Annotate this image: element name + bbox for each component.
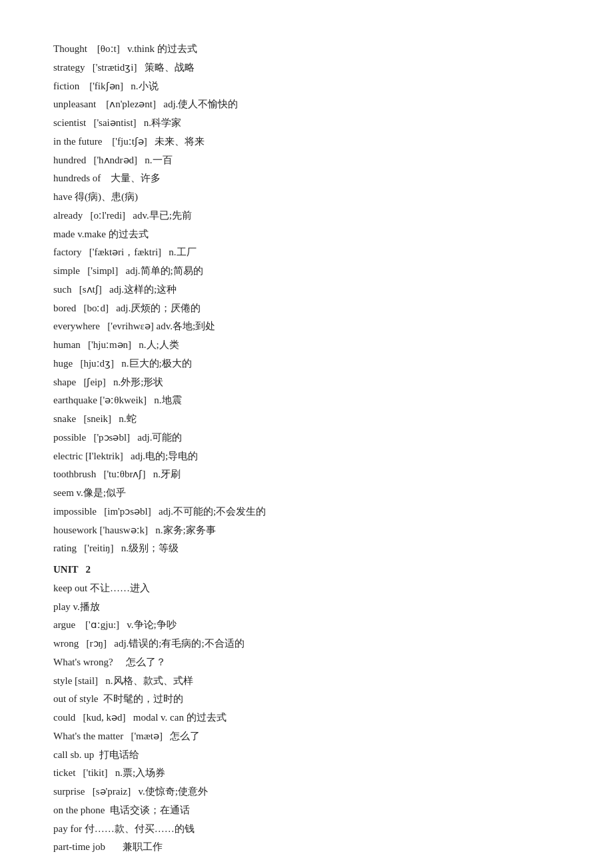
vocab-entry-electric: electric [I'lektrik] adj.电的;导电的 bbox=[53, 447, 560, 466]
vocab-entry-style: style [stail] n.风格、款式、式样 bbox=[53, 672, 560, 691]
vocab-entry-unit2: UNIT 2 bbox=[53, 561, 560, 579]
vocab-entry-toothbrush: toothbrush ['tuːθbrʌʃ] n.牙刷 bbox=[53, 465, 560, 484]
vocab-entry-factory: factory ['fæktəri，fæktri] n.工厂 bbox=[53, 243, 560, 262]
vocab-entry-whats-wrong: What's wrong? 怎么了？ bbox=[53, 653, 560, 672]
vocab-entry-unpleasant: unpleasant [ʌn'plezənt] adj.使人不愉快的 bbox=[53, 95, 560, 114]
vocab-entry-hundred: hundred ['hʌndrəd] n.一百 bbox=[53, 151, 560, 170]
vocab-entry-have: have 得(病)、患(病) bbox=[53, 188, 560, 207]
vocab-entry-could: could [kud, kəd] modal v. can 的过去式 bbox=[53, 709, 560, 727]
vocab-entry-argue: argue ['ɑːgju:] v.争论;争吵 bbox=[53, 616, 560, 635]
vocab-entry-pay-for: pay for 付……款、付买……的钱 bbox=[53, 820, 560, 839]
vocab-entry-seem: seem v.像是;似乎 bbox=[53, 484, 560, 503]
vocab-entry-huge: huge [hjuːdʒ] n.巨大的;极大的 bbox=[53, 355, 560, 373]
vocab-entry-already: already [oːl'redi] adv.早已;先前 bbox=[53, 207, 560, 225]
vocab-entry-simple: simple ['simpl] adj.简单的;简易的 bbox=[53, 262, 560, 281]
vocab-entry-hundreds-of: hundreds of 大量、许多 bbox=[53, 169, 560, 188]
vocab-entry-rating: rating ['reitiŋ] n.级别；等级 bbox=[53, 539, 560, 558]
vocab-entry-part-time-job: part-time job 兼职工作 bbox=[53, 838, 560, 857]
vocab-entry-such: such [sʌtʃ] adj.这样的;这种 bbox=[53, 281, 560, 299]
vocab-entry-keep-out: keep out 不让……进入 bbox=[53, 579, 560, 598]
vocab-entry-play: play v.播放 bbox=[53, 598, 560, 617]
vocab-entry-out-of-style: out of style 不时髦的，过时的 bbox=[53, 690, 560, 709]
vocab-entry-whats-the-matter: What's the matter ['mætə] 怎么了 bbox=[53, 727, 560, 746]
vocab-entry-thought: Thought [θoːt] v.think 的过去式 bbox=[53, 40, 560, 59]
vocab-entry-snake: snake [sneik] n.蛇 bbox=[53, 410, 560, 429]
vocab-entry-everywhere: everywhere ['evrihwεə] adv.各地;到处 bbox=[53, 317, 560, 336]
vocab-entry-scientist: scientist ['saiəntist] n.科学家 bbox=[53, 114, 560, 133]
vocab-entry-fiction: fiction ['fikʃən] n.小说 bbox=[53, 77, 560, 96]
vocab-entry-strategy: strategy ['strætidʒi] 策略、战略 bbox=[53, 59, 560, 77]
vocab-entry-bored: bored [boːd] adj.厌烦的；厌倦的 bbox=[53, 299, 560, 318]
vocab-entry-ticket: ticket ['tikit] n.票;入场券 bbox=[53, 764, 560, 783]
vocab-entry-human: human ['hjuːmən] n.人;人类 bbox=[53, 336, 560, 355]
vocab-entry-wrong: wrong [rɔŋ] adj.错误的;有毛病的;不合适的 bbox=[53, 635, 560, 653]
vocab-entry-impossible: impossible [im'pɔsəbl] adj.不可能的;不会发生的 bbox=[53, 503, 560, 521]
vocab-entry-in-the-future: in the future ['fjuːtʃə] 未来、将来 bbox=[53, 133, 560, 151]
vocab-entry-earthquake: earthquake ['əːθkweik] n.地震 bbox=[53, 391, 560, 410]
vocab-entry-shape: shape [ʃeip] n.外形;形状 bbox=[53, 373, 560, 392]
vocab-entry-made: made v.make 的过去式 bbox=[53, 225, 560, 244]
vocab-entry-on-the-phone: on the phone 电话交谈；在通话 bbox=[53, 801, 560, 820]
vocab-entry-housework: housework ['hauswəːk] n.家务;家务事 bbox=[53, 521, 560, 540]
vocab-entry-call-sb-up: call sb. up 打电话给 bbox=[53, 746, 560, 765]
vocab-entry-possible: possible ['pɔsəbl] adj.可能的 bbox=[53, 429, 560, 447]
vocab-entry-surprise: surprise [sə'praiz] v.使惊奇;使意外 bbox=[53, 783, 560, 801]
vocabulary-list: Thought [θoːt] v.think 的过去式strategy ['st… bbox=[53, 40, 560, 857]
